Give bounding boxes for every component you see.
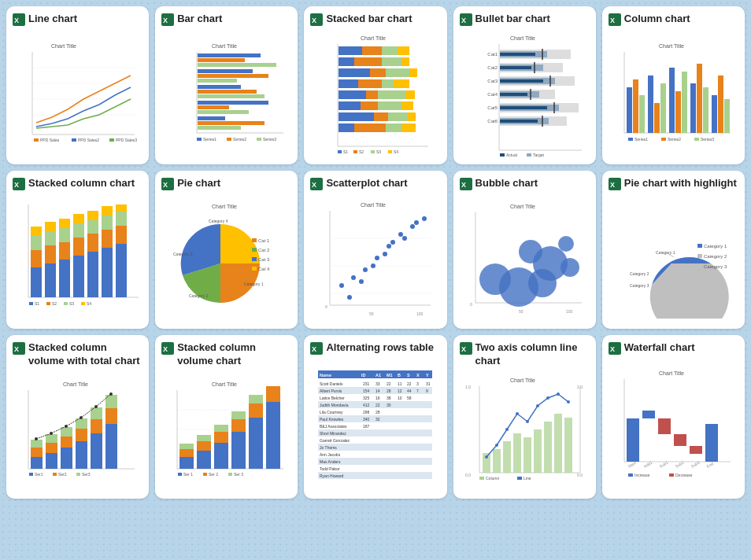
card-stacked-col-vol[interactable]: X Stacked column volume chart Chart Titl… (155, 335, 298, 499)
svg-rect-73 (408, 112, 416, 121)
excel-icon: X (310, 178, 323, 190)
svg-rect-158 (31, 227, 42, 236)
stacked-column-svg: S1 S2 S3 S4 (17, 197, 139, 322)
svg-rect-136 (669, 68, 675, 133)
svg-rect-164 (59, 242, 70, 260)
svg-rect-70 (339, 112, 374, 121)
svg-text:Category 1: Category 1 (244, 282, 264, 286)
svg-rect-284 (53, 473, 57, 476)
card-bar-chart[interactable]: X Bar chart Chart Title (155, 6, 298, 164)
svg-rect-182 (116, 204, 127, 212)
svg-point-401 (505, 428, 509, 431)
card-title-text: Waterfall chart (624, 341, 695, 355)
card-stacked-bar-chart[interactable]: X Stacked bar chart Chart Title (304, 6, 446, 164)
svg-rect-82 (371, 150, 375, 153)
svg-point-406 (557, 392, 560, 396)
svg-text:Chart Title: Chart Title (510, 204, 535, 209)
svg-text:30: 30 (387, 403, 391, 407)
svg-text:187: 187 (363, 424, 370, 429)
svg-text:22: 22 (407, 381, 412, 386)
svg-rect-58 (339, 79, 358, 88)
svg-rect-59 (358, 79, 382, 88)
svg-point-216 (351, 275, 356, 280)
svg-text:Series3: Series3 (701, 137, 714, 142)
svg-rect-24 (198, 74, 268, 78)
svg-text:22: 22 (387, 381, 391, 386)
svg-rect-309 (214, 432, 228, 443)
svg-rect-145 (628, 138, 633, 141)
svg-text:Cat 3: Cat 3 (258, 257, 270, 262)
svg-text:33: 33 (376, 381, 380, 386)
card-scatterplot-chart[interactable]: X Scatterplot chart Chart Title (304, 171, 446, 329)
svg-text:End: End (705, 462, 714, 470)
svg-text:Category 1: Category 1 (656, 250, 675, 255)
card-title-text: Stacked column chart (28, 177, 135, 190)
svg-text:Category 2: Category 2 (630, 271, 649, 276)
svg-rect-422 (642, 411, 655, 418)
excel-icon: X (460, 342, 472, 355)
svg-rect-251 (697, 254, 702, 258)
svg-text:S1: S1 (35, 301, 39, 306)
excel-icon: X (609, 342, 621, 355)
svg-rect-132 (639, 95, 645, 133)
card-pie-highlight-chart[interactable]: X Pie chart with highlight Category 1 Ca… (602, 171, 745, 329)
svg-text:S1: S1 (343, 149, 348, 154)
svg-rect-266 (31, 440, 43, 448)
svg-text:Sub2: Sub2 (674, 460, 684, 469)
svg-point-220 (375, 256, 379, 260)
svg-text:Ser 2: Ser 2 (209, 472, 218, 477)
card-bullet-bar-chart[interactable]: X Bullet bar chart Chart Title Cat1 Cat2 (453, 6, 596, 164)
svg-text:PPD Sales: PPD Sales (40, 138, 60, 142)
svg-rect-64 (378, 90, 405, 99)
svg-rect-178 (102, 206, 113, 216)
svg-rect-421 (627, 418, 639, 462)
svg-rect-392 (503, 441, 511, 473)
card-column-chart[interactable]: X Column chart Chart Title (602, 6, 745, 164)
svg-rect-162 (45, 222, 56, 231)
svg-point-400 (495, 444, 498, 447)
card-waterfall-chart[interactable]: X Waterfall chart Chart Title (602, 335, 745, 499)
svg-text:Sub1: Sub1 (658, 460, 668, 469)
svg-rect-304 (179, 444, 194, 449)
svg-text:32: 32 (376, 417, 380, 422)
svg-text:0: 0 (325, 304, 327, 309)
svg-rect-306 (197, 441, 211, 451)
svg-rect-310 (214, 425, 228, 432)
svg-text:10: 10 (398, 396, 402, 400)
svg-text:Series2: Series2 (233, 137, 246, 142)
svg-text:Chart Title: Chart Title (361, 202, 387, 208)
svg-rect-13 (109, 138, 114, 142)
card-line-chart[interactable]: X Line chart Chart Title (6, 6, 149, 164)
svg-text:X: X (610, 181, 615, 189)
svg-text:412: 412 (363, 403, 370, 407)
svg-rect-302 (179, 457, 194, 469)
svg-rect-187 (64, 302, 68, 305)
card-bubble-chart[interactable]: X Bubble chart Chart Title 0 (453, 171, 596, 329)
svg-point-407 (567, 400, 570, 403)
svg-text:38: 38 (387, 396, 391, 400)
svg-text:Latice Belcher: Latice Belcher (320, 396, 345, 400)
svg-text:X: X (610, 17, 615, 24)
svg-rect-49 (398, 46, 409, 55)
svg-text:0: 0 (470, 302, 472, 307)
svg-rect-173 (87, 220, 98, 234)
svg-text:Series1: Series1 (203, 137, 216, 142)
excel-icon: X (13, 13, 25, 26)
card-alternating-rows-table[interactable]: X Alternating rows table Name ID A1 M1 B… (304, 335, 446, 499)
svg-rect-169 (73, 223, 84, 238)
svg-text:9: 9 (426, 389, 428, 393)
card-pie-chart[interactable]: X Pie chart Chart Title Cat (155, 171, 298, 329)
svg-rect-22 (198, 63, 276, 67)
svg-rect-23 (198, 69, 253, 73)
svg-rect-393 (513, 433, 521, 473)
card-two-axis-chart[interactable]: X Two axis column line chart Chart Title (453, 335, 596, 499)
card-stacked-col-vol-total[interactable]: X Stacked column volume with total chart… (6, 335, 149, 499)
svg-rect-84 (388, 150, 392, 153)
svg-rect-317 (266, 402, 280, 469)
card-stacked-column-chart[interactable]: X Stacked column chart (6, 171, 149, 329)
svg-text:X: X (610, 345, 615, 353)
svg-rect-104 (500, 79, 543, 83)
svg-point-242 (560, 258, 579, 277)
svg-text:Category 2: Category 2 (704, 254, 727, 259)
svg-rect-137 (675, 91, 681, 133)
